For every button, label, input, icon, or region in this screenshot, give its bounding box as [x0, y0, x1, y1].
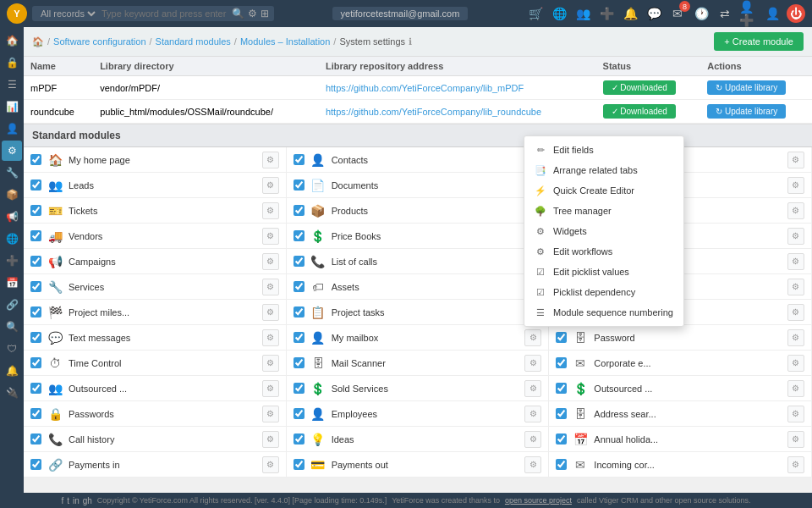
chat-icon[interactable]: 💬: [645, 4, 663, 23]
module-gear-button[interactable]: ⚙: [787, 304, 804, 321]
twitter-icon[interactable]: t: [67, 496, 69, 505]
search-input[interactable]: [102, 8, 228, 19]
module-gear-button[interactable]: ⚙: [524, 329, 541, 346]
sidebar-item-wrench[interactable]: 🔧: [2, 163, 22, 183]
context-menu-item[interactable]: ☑Edit picklist values: [524, 262, 683, 282]
module-gear-button[interactable]: ⚙: [524, 431, 541, 448]
bell-icon[interactable]: 🔔: [621, 4, 639, 23]
module-gear-button[interactable]: ⚙: [262, 177, 279, 194]
facebook-icon[interactable]: f: [61, 496, 63, 505]
sidebar-item-list[interactable]: ☰: [2, 75, 22, 95]
sidebar-item-lock[interactable]: 🔒: [2, 52, 22, 73]
clock-icon[interactable]: 🕐: [692, 4, 710, 23]
module-gear-button[interactable]: ⚙: [787, 177, 804, 194]
module-gear-button[interactable]: ⚙: [524, 406, 541, 422]
module-checkbox[interactable]: [30, 154, 41, 165]
search-icon[interactable]: 🔍: [232, 8, 244, 19]
module-checkbox[interactable]: [294, 154, 304, 165]
info-icon[interactable]: ℹ: [409, 36, 412, 47]
plus-icon[interactable]: ➕: [597, 4, 616, 23]
context-menu-item[interactable]: ☰Module sequence numbering: [524, 302, 683, 323]
module-checkbox[interactable]: [294, 230, 304, 241]
module-gear-button[interactable]: ⚙: [787, 380, 804, 397]
settings-icon[interactable]: ⚙: [248, 8, 257, 19]
module-gear-button[interactable]: ⚙: [787, 431, 804, 448]
context-menu-item[interactable]: ⚙Edit workflows: [524, 241, 683, 262]
module-checkbox[interactable]: [556, 383, 567, 394]
sidebar-item-home[interactable]: 🏠: [2, 30, 22, 51]
module-checkbox[interactable]: [294, 256, 304, 267]
globe-icon[interactable]: 🌐: [550, 4, 568, 23]
module-gear-button[interactable]: ⚙: [262, 380, 279, 397]
sidebar-item-chart[interactable]: 📊: [2, 97, 22, 117]
module-checkbox[interactable]: [556, 332, 567, 343]
module-gear-button[interactable]: ⚙: [787, 202, 804, 219]
module-gear-button[interactable]: ⚙: [787, 279, 804, 295]
module-gear-button[interactable]: ⚙: [262, 253, 279, 270]
context-menu-item[interactable]: 🌳Tree manager: [524, 201, 683, 221]
context-menu-item[interactable]: ⚙Widgets: [524, 221, 683, 241]
module-checkbox[interactable]: [30, 459, 41, 470]
module-checkbox[interactable]: [30, 383, 41, 394]
module-gear-button[interactable]: ⚙: [262, 304, 279, 321]
sidebar-item-bell[interactable]: 🔔: [2, 361, 22, 381]
create-module-button[interactable]: + Create module: [714, 32, 804, 51]
update-library-button[interactable]: ↻ Update library: [707, 80, 786, 95]
module-gear-button[interactable]: ⚙: [262, 279, 279, 295]
module-checkbox[interactable]: [294, 433, 304, 444]
module-checkbox[interactable]: [30, 357, 41, 368]
transfer-icon[interactable]: ⇄: [716, 4, 734, 23]
module-checkbox[interactable]: [30, 306, 41, 318]
module-gear-button[interactable]: ⚙: [787, 456, 804, 473]
home-icon[interactable]: 🏠: [32, 36, 44, 47]
sidebar-item-globe[interactable]: 🌐: [2, 229, 22, 249]
module-checkbox[interactable]: [294, 281, 304, 292]
sidebar-item-user[interactable]: 👤: [2, 119, 22, 139]
module-gear-button[interactable]: ⚙: [787, 355, 804, 372]
context-menu-item[interactable]: ✏Edit fields: [524, 140, 683, 160]
module-checkbox[interactable]: [294, 408, 304, 419]
module-checkbox[interactable]: [30, 408, 41, 419]
sidebar-item-box[interactable]: 📦: [2, 185, 22, 205]
context-menu-item[interactable]: ☑Picklist dependency: [524, 282, 683, 302]
module-gear-button[interactable]: ⚙: [787, 228, 804, 245]
context-menu-item[interactable]: 📑Arrange related tabs: [524, 160, 683, 180]
module-gear-button[interactable]: ⚙: [787, 253, 804, 270]
module-checkbox[interactable]: [294, 306, 304, 318]
module-checkbox[interactable]: [30, 256, 41, 267]
power-icon[interactable]: ⏻: [787, 4, 805, 23]
downloaded-button[interactable]: ✓ Downloaded: [603, 104, 676, 119]
module-gear-button[interactable]: ⚙: [262, 329, 279, 346]
module-checkbox[interactable]: [30, 332, 41, 343]
downloaded-button[interactable]: ✓ Downloaded: [603, 80, 676, 95]
person-icon[interactable]: 👤: [763, 4, 782, 23]
breadcrumb-standard-modules[interactable]: Standard modules: [156, 36, 231, 47]
cart-icon[interactable]: 🛒: [526, 4, 545, 23]
github-icon[interactable]: gh: [83, 496, 92, 505]
module-gear-button[interactable]: ⚙: [787, 329, 804, 346]
address-link[interactable]: https://github.com/YetiForceCompany/lib_…: [326, 107, 541, 117]
module-gear-button[interactable]: ⚙: [262, 355, 279, 372]
module-checkbox[interactable]: [30, 230, 41, 241]
module-gear-button[interactable]: ⚙: [524, 380, 541, 397]
update-library-button[interactable]: ↻ Update library: [707, 104, 786, 119]
sidebar-item-plus[interactable]: ➕: [2, 251, 22, 271]
sidebar-item-link[interactable]: 🔗: [2, 295, 22, 315]
module-gear-button[interactable]: ⚙: [262, 228, 279, 245]
module-gear-button[interactable]: ⚙: [787, 152, 804, 168]
address-link[interactable]: https://github.com/YetiForceCompany/lib_…: [326, 83, 524, 93]
module-gear-button[interactable]: ⚙: [524, 456, 541, 473]
sidebar-item-shield[interactable]: 🛡: [2, 339, 22, 359]
module-checkbox[interactable]: [294, 357, 304, 368]
sidebar-item-plugin[interactable]: 🔌: [2, 383, 22, 403]
module-checkbox[interactable]: [294, 179, 304, 190]
module-checkbox[interactable]: [30, 179, 41, 190]
breadcrumb-modules-installation[interactable]: Modules – Installation: [240, 36, 330, 47]
person-plus-icon[interactable]: 👤➕: [739, 4, 758, 23]
module-checkbox[interactable]: [556, 408, 567, 419]
module-gear-button[interactable]: ⚙: [787, 406, 804, 422]
module-checkbox[interactable]: [556, 433, 567, 444]
module-gear-button[interactable]: ⚙: [262, 406, 279, 422]
sidebar-item-calendar[interactable]: 📅: [2, 273, 22, 293]
mail-icon[interactable]: ✉ 8: [668, 4, 687, 23]
